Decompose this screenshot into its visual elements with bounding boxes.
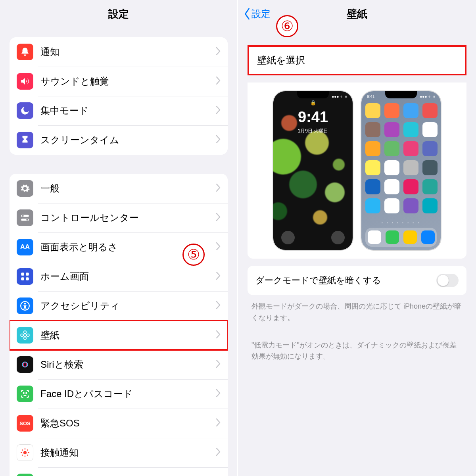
settings-row-hourglass[interactable]: スクリーンタイム xyxy=(10,125,228,155)
settings-row-bell[interactable]: 通知 xyxy=(10,37,228,67)
lock-date: 1月9日 火曜日 xyxy=(273,128,353,134)
svg-point-10 xyxy=(24,334,27,337)
dark-mode-dim-toggle[interactable] xyxy=(436,274,459,287)
settings-row-battery[interactable]: バッテリー xyxy=(10,467,228,476)
home-time: 9:41 xyxy=(367,94,374,99)
svg-point-9 xyxy=(24,303,26,304)
switches-icon xyxy=(17,209,33,226)
svg-line-25 xyxy=(22,449,23,450)
row-label: スクリーンタイム xyxy=(40,134,216,146)
app-icon xyxy=(365,198,380,213)
app-icon xyxy=(403,103,418,118)
svg-rect-7 xyxy=(26,277,29,280)
hourglass-icon xyxy=(17,132,33,148)
settings-row-sos[interactable]: SOS緊急SOS xyxy=(10,409,228,438)
svg-point-12 xyxy=(24,337,27,340)
choose-wallpaper-row[interactable]: 壁紙を選択 xyxy=(248,45,466,75)
page-title: 設定 xyxy=(108,7,129,21)
settings-row-moon[interactable]: 集中モード xyxy=(10,96,228,125)
settings-row-speaker[interactable]: サウンドと触覚 xyxy=(10,67,228,96)
settings-row-accessibility[interactable]: アクセシビリティ xyxy=(10,291,228,321)
siri-icon xyxy=(17,356,33,373)
lock-screen-preview[interactable]: ●●● ᯤ ▮ 🔒 9:41 1月9日 火曜日 xyxy=(273,91,353,250)
svg-point-20 xyxy=(23,451,27,455)
app-icon xyxy=(384,198,399,213)
app-icon xyxy=(365,103,380,118)
app-icon xyxy=(384,160,399,175)
row-label: ホーム画面 xyxy=(40,270,216,283)
page-title: 壁紙 xyxy=(347,7,367,21)
dock xyxy=(365,228,437,247)
grid-icon xyxy=(17,268,33,285)
settings-row-exposure[interactable]: 接触通知 xyxy=(10,438,228,467)
app-icon xyxy=(422,160,438,175)
app-icon xyxy=(403,122,418,137)
chevron-right-icon xyxy=(216,105,221,116)
settings-row-switches[interactable]: コントロールセンター xyxy=(10,203,228,232)
chevron-right-icon xyxy=(216,447,221,458)
app-icon xyxy=(422,179,438,194)
row-label: Face IDとパスコード xyxy=(40,388,216,400)
row-label: サウンドと触覚 xyxy=(40,75,216,88)
app-icon xyxy=(365,179,380,194)
svg-line-26 xyxy=(27,455,28,455)
row-label: 壁紙 xyxy=(40,329,216,342)
flower-icon xyxy=(17,327,33,344)
settings-group: 通知サウンドと触覚集中モードスクリーンタイム xyxy=(10,37,228,155)
sos-icon: SOS xyxy=(17,415,33,432)
chevron-right-icon xyxy=(216,388,221,399)
battery-icon xyxy=(17,474,33,476)
chevron-right-icon xyxy=(216,359,221,370)
gear-icon xyxy=(17,180,33,197)
chevron-right-icon xyxy=(216,271,221,282)
row-label: コントロールセンター xyxy=(40,211,216,224)
app-icon xyxy=(422,141,438,156)
nav-bar: 設定 壁紙 xyxy=(238,0,476,28)
app-icon xyxy=(422,122,438,137)
faceid-icon xyxy=(17,386,33,402)
page-dots: • • • • • • • • xyxy=(361,221,441,225)
chevron-right-icon xyxy=(216,242,221,253)
chevron-right-icon xyxy=(216,76,221,87)
moon-icon xyxy=(17,102,33,119)
accessibility-icon xyxy=(17,298,33,314)
footer-text-1: 外観モードがダークの場合、周囲の光に応じて iPhoneの壁紙が暗くなります。 xyxy=(251,301,463,324)
row-label: Siriと検索 xyxy=(40,358,216,371)
back-button[interactable]: 設定 xyxy=(244,8,271,20)
chevron-right-icon xyxy=(216,212,221,223)
app-icon xyxy=(384,103,399,118)
lock-icon: 🔒 xyxy=(310,100,316,106)
settings-group: 一般コントロールセンターAA画面表示と明るさホーム画面アクセシビリティ壁紙Sir… xyxy=(10,174,228,476)
wallpaper-pane: 設定 壁紙 ⑥ 壁紙を選択 ●●● ᯤ ▮ 🔒 9:41 1月9日 火曜日 xyxy=(238,0,476,476)
app-icon xyxy=(384,122,399,137)
wallpaper-preview: ●●● ᯤ ▮ 🔒 9:41 1月9日 火曜日 9:41●●● ᯤ ▮ • • … xyxy=(248,83,466,259)
settings-list-pane: 設定 通知サウンドと触覚集中モードスクリーンタイム一般コントロールセンターAA画… xyxy=(0,0,238,476)
svg-point-14 xyxy=(27,334,29,337)
home-screen-preview[interactable]: 9:41●●● ᯤ ▮ • • • • • • • • xyxy=(361,91,441,250)
footer-text-2: "低電力モード"がオンのときは、ダイナミックの壁紙および視差効果が無効になります… xyxy=(251,340,463,363)
svg-line-27 xyxy=(22,455,23,455)
svg-point-11 xyxy=(24,331,27,334)
app-icon xyxy=(403,141,418,156)
callout-6: ⑥ xyxy=(276,15,298,37)
svg-point-3 xyxy=(26,219,28,221)
flashlight-icon xyxy=(281,231,295,244)
callout-5: ⑤ xyxy=(182,244,205,266)
app-icon xyxy=(384,141,399,156)
app-icon xyxy=(403,160,418,175)
chevron-right-icon xyxy=(216,300,221,311)
settings-row-faceid[interactable]: Face IDとパスコード xyxy=(10,379,228,409)
app-icon xyxy=(422,103,438,118)
app-icon xyxy=(403,198,418,213)
svg-point-18 xyxy=(23,393,24,393)
settings-row-siri[interactable]: Siriと検索 xyxy=(10,350,228,379)
chevron-right-icon xyxy=(216,46,221,58)
settings-row-flower[interactable]: 壁紙 xyxy=(10,321,228,350)
back-label: 設定 xyxy=(251,8,271,20)
svg-rect-4 xyxy=(21,273,24,276)
settings-row-gear[interactable]: 一般 xyxy=(10,174,228,203)
lock-time: 9:41 xyxy=(273,109,353,126)
settings-row-grid[interactable]: ホーム画面 xyxy=(10,262,228,291)
svg-rect-6 xyxy=(21,277,24,280)
row-label: 集中モード xyxy=(40,104,216,117)
